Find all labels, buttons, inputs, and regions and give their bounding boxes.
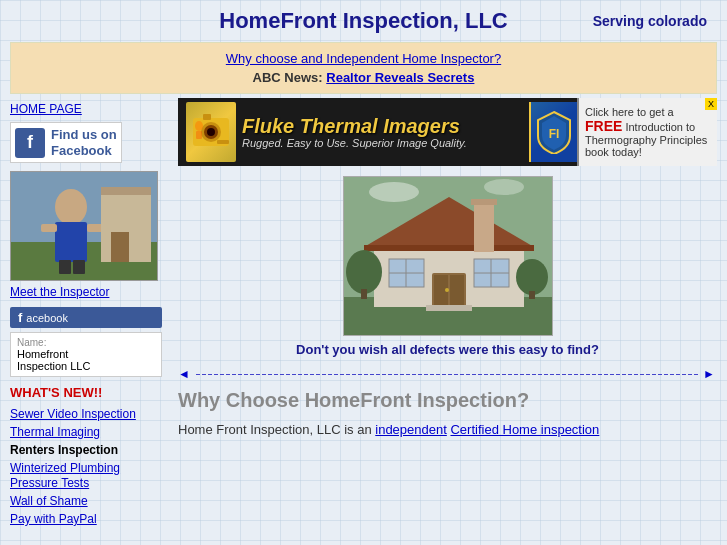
ad-shield-icon: FI — [529, 102, 577, 162]
divider-right-arrow: ► — [703, 367, 717, 381]
svg-point-40 — [516, 259, 548, 295]
whats-new-link[interactable]: WHAT'S NEW!! — [10, 385, 162, 400]
svg-rect-6 — [59, 260, 71, 274]
svg-point-43 — [484, 179, 524, 195]
sidebar: HOME PAGE f Find us on Facebook — [10, 98, 170, 529]
realtor-reveals-link[interactable]: Realtor Reveals Secrets — [326, 70, 474, 85]
why-choose-title: Why Choose HomeFront Inspection? — [178, 389, 717, 412]
facebook-icon-small: f — [18, 310, 22, 325]
find-us-line1: Find us on — [51, 127, 117, 143]
sidebar-nav-item-thermal: Thermal Imaging — [10, 424, 162, 439]
serving-label: Serving colorado — [593, 13, 707, 29]
header: HomeFront Inspection, LLC Serving colora… — [0, 0, 727, 42]
svg-point-42 — [369, 182, 419, 202]
winterized-link[interactable]: Winterized PlumbingPressure Tests — [10, 461, 120, 490]
why-choose-section: Why Choose HomeFront Inspection? Home Fr… — [178, 389, 717, 440]
sidebar-nav: Sewer Video Inspection Thermal Imaging R… — [10, 406, 162, 526]
svg-rect-16 — [217, 140, 229, 144]
sidebar-nav-item-winterized: Winterized PlumbingPressure Tests — [10, 460, 162, 490]
ad-subtitle: Rugged. Easy to Use. Superior Image Qual… — [242, 137, 521, 149]
svg-rect-10 — [101, 187, 151, 195]
why-choose-link[interactable]: Why choose and Independent Home Inspecto… — [226, 51, 501, 66]
divider-dots: ◄ ► — [178, 367, 717, 381]
divider-left-arrow: ◄ — [178, 367, 192, 381]
ad-banner-right[interactable]: Click here to get a FREE Introduction to… — [577, 98, 717, 166]
facebook-widget: f acebook — [10, 307, 162, 328]
content-area: Fluke Thermal Imagers Rugged. Easy to Us… — [170, 98, 717, 529]
why-text-start: Home Front Inspection, LLC is an — [178, 422, 375, 437]
why-choose-text: Home Front Inspection, LLC is an indepen… — [178, 420, 717, 440]
paypal-link[interactable]: Pay with PayPal — [10, 512, 97, 526]
ad-title: Fluke Thermal Imagers — [242, 115, 521, 137]
thermal-link[interactable]: Thermal Imaging — [10, 425, 100, 439]
abc-label: ABC News: — [253, 70, 323, 85]
svg-rect-4 — [41, 224, 57, 232]
svg-rect-3 — [55, 222, 87, 262]
certified-home-link[interactable]: Certified Home inspection — [450, 422, 599, 437]
sidebar-nav-item-renters: Renters Inspection — [10, 442, 162, 457]
thermal-camera-icon — [186, 102, 236, 162]
svg-rect-7 — [73, 260, 85, 274]
inspector-photo-bg — [11, 172, 157, 280]
sidebar-home-page[interactable]: HOME PAGE — [10, 102, 162, 116]
svg-rect-18 — [196, 131, 202, 139]
svg-rect-41 — [529, 291, 535, 299]
svg-rect-26 — [471, 199, 497, 205]
svg-point-2 — [55, 189, 87, 225]
shield-svg: FI — [536, 110, 572, 154]
find-us-line2: Facebook — [51, 143, 117, 159]
divider-line — [196, 374, 699, 375]
svg-point-38 — [346, 250, 382, 294]
house-caption: Don't you wish all defects were this eas… — [178, 342, 717, 357]
svg-rect-9 — [111, 232, 129, 262]
facebook-name-value: HomefrontInspection LLC — [17, 348, 155, 372]
sidebar-nav-item-wall: Wall of Shame — [10, 493, 162, 508]
svg-rect-25 — [474, 202, 494, 252]
sidebar-nav-item-sewer: Sewer Video Inspection — [10, 406, 162, 421]
svg-text:FI: FI — [549, 127, 560, 141]
house-svg — [344, 177, 553, 336]
svg-rect-24 — [364, 245, 534, 251]
facebook-badge-text: Find us on Facebook — [51, 127, 117, 158]
svg-rect-35 — [450, 275, 464, 305]
inspector-photo — [10, 171, 158, 281]
facebook-name-box: Name: HomefrontInspection LLC — [10, 332, 162, 377]
svg-rect-37 — [426, 305, 472, 311]
svg-rect-15 — [203, 114, 211, 120]
svg-rect-5 — [87, 224, 103, 232]
meet-inspector-link[interactable]: Meet the Inspector — [10, 285, 162, 299]
camera-svg — [189, 104, 233, 160]
inspector-photo-svg — [11, 172, 158, 281]
wall-shame-link[interactable]: Wall of Shame — [10, 494, 88, 508]
facebook-name-label: Name: — [17, 337, 155, 348]
house-image — [343, 176, 553, 336]
page-wrapper: HomeFront Inspection, LLC Serving colora… — [0, 0, 727, 529]
top-banner: Why choose and Independent Home Inspecto… — [10, 42, 717, 94]
svg-rect-39 — [361, 289, 367, 299]
svg-point-36 — [445, 288, 449, 292]
sidebar-nav-item-paypal: Pay with PayPal — [10, 511, 162, 526]
facebook-find-badge[interactable]: f Find us on Facebook — [10, 122, 122, 163]
svg-point-14 — [207, 128, 215, 136]
house-image-wrapper: Don't you wish all defects were this eas… — [178, 176, 717, 357]
ad-banner-left: Fluke Thermal Imagers Rugged. Easy to Us… — [178, 98, 529, 166]
independent-link[interactable]: independent — [375, 422, 447, 437]
ad-corner-badge: X — [705, 98, 717, 110]
svg-point-17 — [195, 121, 203, 131]
ad-free-text: FREE — [585, 118, 622, 134]
facebook-icon: f — [15, 128, 45, 158]
ad-text-block: Fluke Thermal Imagers Rugged. Easy to Us… — [242, 115, 521, 149]
renters-link[interactable]: Renters Inspection — [10, 443, 118, 457]
main-layout: HOME PAGE f Find us on Facebook — [10, 98, 717, 529]
ad-banner[interactable]: Fluke Thermal Imagers Rugged. Easy to Us… — [178, 98, 717, 166]
ad-right-text: Click here to get a FREE Introduction to… — [585, 106, 711, 158]
sewer-link[interactable]: Sewer Video Inspection — [10, 407, 136, 421]
